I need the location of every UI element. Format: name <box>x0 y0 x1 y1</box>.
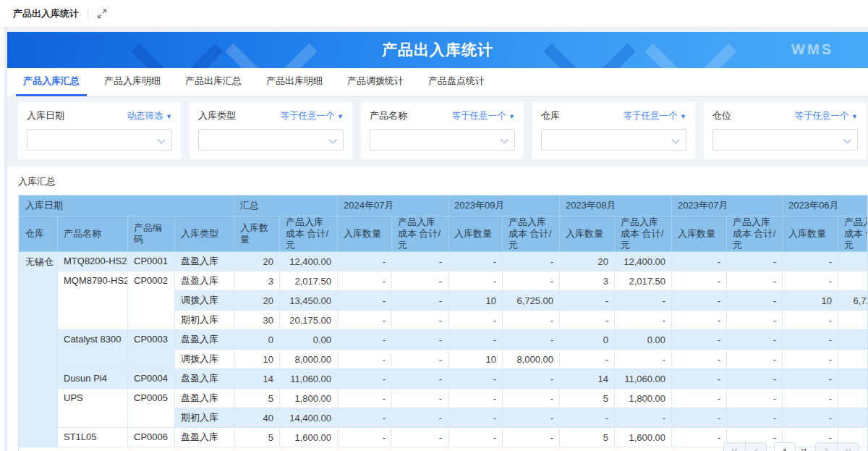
value-cell: 20 <box>560 252 615 271</box>
value-cell: - <box>672 330 727 350</box>
value-cell: - <box>448 389 503 408</box>
table-row: Catalyst 8300CP0003盘盈入库00.00----00.00---… <box>20 330 868 350</box>
filter-operator-dropdown[interactable]: 等于任意一个 ▼ <box>281 110 344 122</box>
value-cell: 0 <box>234 330 280 350</box>
filter-operator-dropdown[interactable]: 等于任意一个 ▼ <box>624 110 686 122</box>
warehouse-cell: 无锡仓 <box>20 252 58 447</box>
value-cell: - <box>503 311 560 330</box>
filter-value-select[interactable] <box>198 129 344 151</box>
product-name-cell: Dusun Pi4 <box>58 369 128 389</box>
filter-value-select[interactable] <box>712 129 858 151</box>
tab-stocktake-stats[interactable]: 产品盘点统计 <box>421 67 492 96</box>
value-cell: - <box>392 271 448 291</box>
value-cell: - <box>503 252 560 271</box>
value-cell: - <box>392 428 448 447</box>
inbound-type-cell: 期初入库 <box>175 408 234 428</box>
value-cell: - <box>615 408 672 428</box>
value-cell: - <box>672 311 727 330</box>
value-cell: - <box>448 428 503 447</box>
value-cell: - <box>727 389 783 408</box>
tab-inbound-detail[interactable]: 产品入库明细 <box>97 67 168 96</box>
value-cell: 11,060.00 <box>280 369 338 389</box>
column-header: 2024年07月 <box>338 195 448 216</box>
inbound-type-cell: 调拨入库 <box>175 291 234 311</box>
tab-outbound-detail[interactable]: 产品出库明细 <box>259 67 330 96</box>
tab-inbound-summary[interactable]: 产品入库汇总 <box>16 67 87 96</box>
product-name-cell: MTQ8200-HS2F <box>58 252 128 271</box>
inbound-type-cell: 盘盈入库 <box>175 428 234 447</box>
value-cell: - <box>672 389 727 408</box>
inbound-type-cell: 盘盈入库 <box>175 389 234 408</box>
filter-value-select[interactable] <box>27 129 172 151</box>
left-rail <box>0 28 7 451</box>
value-cell: - <box>783 271 838 291</box>
column-header: 入库数量 <box>338 216 392 252</box>
value-cell: - <box>503 271 560 291</box>
column-header: 入库数量 <box>234 216 280 252</box>
product-name-cell: UPS <box>58 389 128 428</box>
value-cell: 6,725.00 <box>838 291 867 311</box>
prev-page-button[interactable] <box>745 443 766 451</box>
page-number-input[interactable] <box>774 442 796 451</box>
value-cell: - <box>392 291 448 311</box>
value-cell: 14 <box>560 369 615 389</box>
chevron-down-icon <box>501 136 509 144</box>
value-cell: - <box>448 408 503 428</box>
value-cell: - <box>727 330 783 350</box>
filter-value-select[interactable] <box>370 129 515 151</box>
value-cell: - <box>338 369 392 389</box>
value-cell: - <box>448 311 503 330</box>
column-header: 2023年07月 <box>672 195 783 216</box>
value-cell: - <box>560 408 615 428</box>
value-cell: - <box>783 408 838 428</box>
first-page-button[interactable] <box>724 443 745 451</box>
value-cell: - <box>615 311 672 330</box>
filter-operator-dropdown[interactable]: 等于任意一个 ▼ <box>795 110 858 122</box>
value-cell: 3 <box>560 271 615 291</box>
divider <box>88 9 88 19</box>
value-cell: 13,450.00 <box>280 291 338 311</box>
value-cell: - <box>560 350 615 369</box>
value-cell: - <box>672 252 727 271</box>
column-header: 2023年06月 <box>783 195 867 216</box>
filter-inbound-type: 入库类型 等于任意一个 ▼ <box>190 102 352 159</box>
value-cell: 11,060.00 <box>615 369 672 389</box>
wms-logo: WMS <box>791 41 833 58</box>
value-cell: 1,600.00 <box>615 428 672 447</box>
value-cell: 0.00 <box>280 330 338 350</box>
value-cell: - <box>838 389 867 408</box>
column-header: 2023年08月 <box>560 195 672 216</box>
value-cell: 6,725.00 <box>503 291 560 311</box>
last-page-button[interactable] <box>837 443 858 451</box>
value-cell: 1,800.00 <box>280 389 338 408</box>
value-cell: - <box>392 252 448 271</box>
filter-operator-dropdown[interactable]: 动态筛选 ▼ <box>127 110 172 122</box>
fullscreen-expand-icon[interactable] <box>97 9 107 19</box>
value-cell: - <box>783 369 838 389</box>
pagination: /1 <box>723 442 859 451</box>
filter-value-select[interactable] <box>541 129 686 151</box>
window-tab-title[interactable]: 产品出入库统计 <box>13 7 79 20</box>
filter-label: 产品名称 <box>370 109 407 122</box>
filter-operator-dropdown[interactable]: 等于任意一个 ▼ <box>452 110 515 122</box>
value-cell: - <box>392 330 448 350</box>
column-header: 产品入库成本 合计/元 <box>615 216 672 252</box>
value-cell: - <box>503 389 560 408</box>
column-header: 入库数量 <box>783 216 838 252</box>
value-cell: - <box>615 291 672 311</box>
value-cell: - <box>503 408 560 428</box>
value-cell: 5 <box>234 428 280 447</box>
tab-transfer-stats[interactable]: 产品调拨统计 <box>340 67 411 96</box>
value-cell: 5 <box>560 389 615 408</box>
value-cell: - <box>503 428 560 447</box>
value-cell: - <box>727 291 783 311</box>
chevron-down-icon <box>158 136 166 144</box>
next-page-button[interactable] <box>816 443 837 451</box>
value-cell: - <box>672 271 727 291</box>
value-cell: 3 <box>234 271 280 291</box>
chevron-down-icon <box>843 136 851 144</box>
value-cell: - <box>727 311 783 330</box>
filter-inbound-date: 入库日期 动态筛选 ▼ <box>18 102 181 159</box>
tab-outbound-summary[interactable]: 产品出库汇总 <box>178 67 249 96</box>
value-cell: 1,800.00 <box>615 389 672 408</box>
